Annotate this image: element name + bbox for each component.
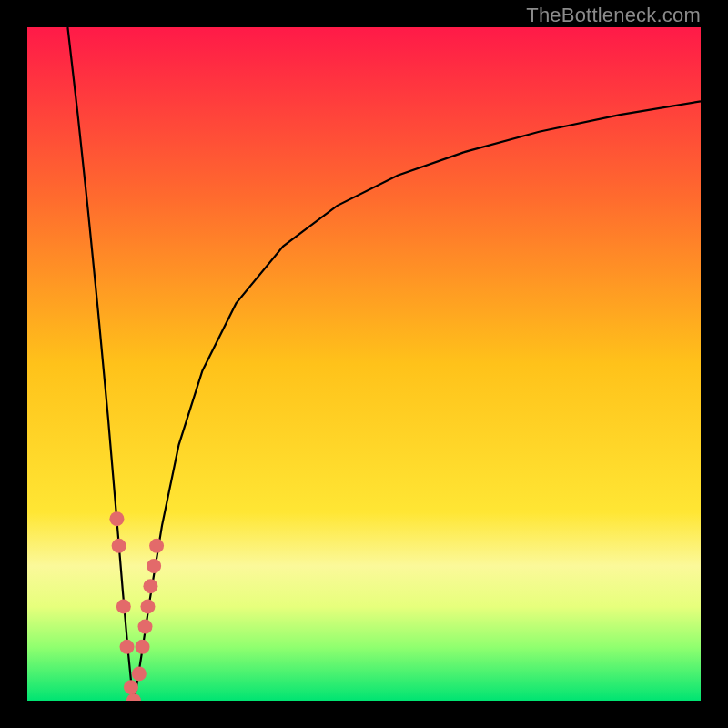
scatter-point xyxy=(112,539,126,553)
scatter-point xyxy=(149,539,164,553)
scatter-point xyxy=(147,559,161,573)
plot-svg xyxy=(27,27,701,701)
scatter-point xyxy=(136,640,150,654)
scatter-point xyxy=(120,640,135,654)
gradient-background xyxy=(27,27,701,701)
scatter-point xyxy=(138,620,153,634)
scatter-point xyxy=(140,599,155,613)
scatter-point xyxy=(124,680,138,694)
scatter-point xyxy=(143,579,157,593)
scatter-point xyxy=(116,599,131,613)
plot-area xyxy=(27,27,701,701)
chart-frame: TheBottleneck.com xyxy=(0,0,728,728)
watermark-text: TheBottleneck.com xyxy=(526,4,701,27)
scatter-point xyxy=(109,511,124,526)
scatter-point xyxy=(132,666,147,681)
